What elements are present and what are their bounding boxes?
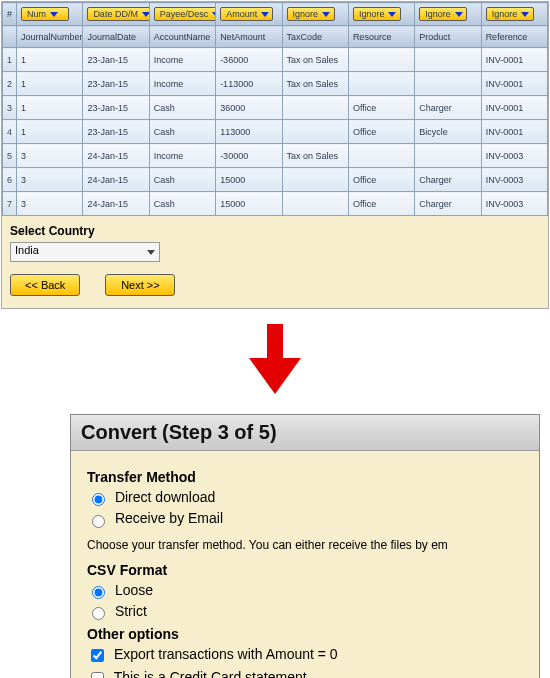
table-cell: 3	[17, 192, 83, 216]
other-options-heading: Other options	[87, 626, 523, 642]
table-cell	[348, 144, 414, 168]
table-row[interactable]: 5324-Jan-15Income-30000Tax on SalesINV-0…	[3, 144, 548, 168]
col-map-1[interactable]: Num	[17, 3, 83, 26]
table-cell	[348, 72, 414, 96]
back-button[interactable]: << Back	[10, 274, 80, 296]
chevron-down-icon	[322, 12, 330, 17]
table-cell: 7	[3, 192, 17, 216]
table-cell: 24-Jan-15	[83, 192, 149, 216]
transfer-email-option[interactable]: Receive by Email	[87, 510, 523, 527]
table-cell	[415, 48, 481, 72]
table-cell: 1	[17, 120, 83, 144]
table-cell	[282, 120, 348, 144]
table-cell: Office	[348, 120, 414, 144]
table-cell: INV-0001	[481, 96, 547, 120]
convert-step3-card: Convert (Step 3 of 5) Transfer Method Di…	[70, 414, 540, 678]
table-cell: -30000	[216, 144, 282, 168]
table-cell	[415, 72, 481, 96]
export-zero-option[interactable]: Export transactions with Amount = 0	[87, 646, 523, 665]
col-map-3[interactable]: Payee/Desc	[149, 3, 215, 26]
card-title: Convert (Step 3 of 5)	[71, 415, 539, 451]
table-cell: 3	[17, 144, 83, 168]
transfer-email-radio[interactable]	[92, 515, 105, 528]
credit-card-checkbox[interactable]	[91, 672, 104, 678]
table-cell: 1	[17, 96, 83, 120]
table-row[interactable]: 2123-Jan-15Income-113000Tax on SalesINV-…	[3, 72, 548, 96]
table-cell: INV-0001	[481, 72, 547, 96]
table-cell	[282, 96, 348, 120]
table-cell: 113000	[216, 120, 282, 144]
table-cell: INV-0001	[481, 48, 547, 72]
table-cell	[415, 144, 481, 168]
table-row[interactable]: 4123-Jan-15Cash113000OfficeBicycleINV-00…	[3, 120, 548, 144]
table-cell: Income	[149, 72, 215, 96]
col-map-2[interactable]: Date DD/M	[83, 3, 149, 26]
table-cell: 3	[3, 96, 17, 120]
csv-format-heading: CSV Format	[87, 562, 523, 578]
table-cell: Income	[149, 48, 215, 72]
table-cell: 1	[17, 48, 83, 72]
table-cell: Tax on Sales	[282, 144, 348, 168]
table-cell: Tax on Sales	[282, 48, 348, 72]
table-cell: Charger	[415, 96, 481, 120]
chevron-down-icon	[261, 12, 269, 17]
table-cell: 4	[3, 120, 17, 144]
table-row[interactable]: 6324-Jan-15Cash15000OfficeChargerINV-000…	[3, 168, 548, 192]
csv-loose-option[interactable]: Loose	[87, 582, 523, 599]
table-cell: 5	[3, 144, 17, 168]
table-row[interactable]: 3123-Jan-15Cash36000OfficeChargerINV-000…	[3, 96, 548, 120]
csv-loose-radio[interactable]	[92, 586, 105, 599]
column-mapping-row: # Num Date DD/M Payee/Desc Amount Ignore…	[3, 3, 548, 26]
credit-card-option[interactable]: This is a Credit Card statement	[87, 669, 523, 678]
transfer-direct-radio[interactable]	[92, 493, 105, 506]
table-cell: -36000	[216, 48, 282, 72]
table-cell	[348, 48, 414, 72]
table-cell: Cash	[149, 96, 215, 120]
transfer-description: Choose your transfer method. You can eit…	[87, 538, 523, 552]
table-cell: Cash	[149, 120, 215, 144]
country-select[interactable]: India	[10, 242, 160, 262]
flow-arrow	[0, 310, 550, 414]
table-row[interactable]: 1123-Jan-15Income-36000Tax on SalesINV-0…	[3, 48, 548, 72]
table-cell: Bicycle	[415, 120, 481, 144]
export-zero-checkbox[interactable]	[91, 649, 104, 662]
table-row[interactable]: 7324-Jan-15Cash15000OfficeChargerINV-000…	[3, 192, 548, 216]
transfer-method-heading: Transfer Method	[87, 469, 523, 485]
col-map-5[interactable]: Ignore	[282, 3, 348, 26]
table-cell: Cash	[149, 168, 215, 192]
chevron-down-icon	[142, 12, 149, 17]
table-cell: 24-Jan-15	[83, 168, 149, 192]
chevron-down-icon	[50, 12, 58, 17]
col-map-6[interactable]: Ignore	[348, 3, 414, 26]
table-cell: INV-0003	[481, 192, 547, 216]
col-map-8[interactable]: Ignore	[481, 3, 547, 26]
col-map-7[interactable]: Ignore	[415, 3, 481, 26]
table-cell	[282, 192, 348, 216]
transfer-direct-option[interactable]: Direct download	[87, 489, 523, 506]
transactions-table: # Num Date DD/M Payee/Desc Amount Ignore…	[2, 2, 548, 216]
table-cell: 23-Jan-15	[83, 120, 149, 144]
table-cell: 24-Jan-15	[83, 144, 149, 168]
table-cell: Office	[348, 96, 414, 120]
select-country-label: Select Country	[10, 224, 540, 238]
table-cell: -113000	[216, 72, 282, 96]
table-cell	[282, 168, 348, 192]
table-cell: 23-Jan-15	[83, 48, 149, 72]
svg-marker-0	[249, 324, 301, 394]
csv-strict-option[interactable]: Strict	[87, 603, 523, 620]
table-cell: 15000	[216, 192, 282, 216]
table-cell: Office	[348, 168, 414, 192]
country-panel: Select Country India << Back Next >>	[2, 216, 548, 308]
csv-strict-radio[interactable]	[92, 607, 105, 620]
next-button[interactable]: Next >>	[105, 274, 175, 296]
nav-buttons: << Back Next >>	[10, 274, 540, 296]
col-map-4[interactable]: Amount	[216, 3, 282, 26]
chevron-down-icon	[388, 12, 396, 17]
table-cell: 23-Jan-15	[83, 96, 149, 120]
table-cell: 23-Jan-15	[83, 72, 149, 96]
page-container: # Num Date DD/M Payee/Desc Amount Ignore…	[1, 1, 549, 309]
table-cell: 3	[17, 168, 83, 192]
table-cell: 1	[17, 72, 83, 96]
country-select-value: India	[15, 244, 39, 256]
table-cell: INV-0003	[481, 168, 547, 192]
